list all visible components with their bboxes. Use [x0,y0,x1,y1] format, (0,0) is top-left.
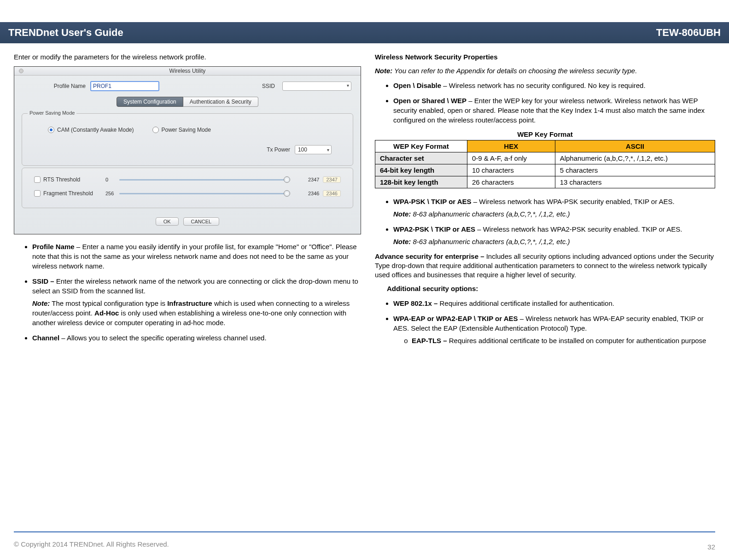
power-saving-group: Power Saving Mode CAM (Constantly Awake … [22,113,353,166]
wep-col-format: WEP Key Format [375,140,467,152]
wireless-security-heading: Wireless Network Security Properties [375,52,715,62]
bullet-open-shared-wep: Open or Shared \ WEP – Enter the WEP key… [393,96,715,125]
fragment-slider[interactable] [119,189,301,198]
additional-options-heading: Additional security options: [375,284,715,293]
tab-authentication-security[interactable]: Authentication & Security [183,97,258,107]
tab-system-configuration[interactable]: System Configuration [117,97,183,107]
right-column: Wireless Network Security Properties Not… [375,50,715,351]
bullet-wep-8021x: WEP 802.1x – Requires additional certifi… [393,298,715,308]
table-row: 64-bit key length 10 characters 5 charac… [375,164,715,176]
window-titlebar: Wireless Utility [14,67,361,76]
bullet-eap-tls: EAP-TLS – Requires additional certificat… [412,336,715,345]
rts-slider[interactable] [119,175,301,184]
radio-psm[interactable]: Power Saving Mode [152,127,211,133]
tx-power-label: Tx Power [267,146,290,153]
bullet-ssid: SSID – Enter the wireless network name o… [32,276,361,327]
footer-page-number: 32 [707,543,715,551]
footer-copyright: © Copyright 2014 TRENDnet. All Rights Re… [14,540,169,548]
fragment-checkbox[interactable] [34,190,41,197]
rts-label: RTS Threshold [43,176,105,183]
bullet-wpa2-psk: WPA2-PSK \ TKIP or AES – Wireless networ… [393,224,715,246]
advance-enterprise-paragraph: Advance security for enterprise – Includ… [375,252,715,280]
bullet-wpa-psk: WPA-PSK \ TKIP or AES – Wireless network… [393,197,715,219]
radio-cam[interactable]: CAM (Constantly Awake Mode) [48,127,134,133]
profile-name-label: Profile Name [33,83,86,89]
ok-button[interactable]: OK [156,217,179,226]
profile-name-input[interactable] [90,81,159,91]
intro-text: Enter or modify the parameters for the w… [14,52,361,62]
window-title: Wireless Utility [169,68,206,74]
doc-title: TRENDnet User's Guide [8,27,123,39]
cancel-button[interactable]: CANCEL [183,217,220,226]
rts-min: 0 [105,177,119,182]
bullet-channel: Channel – Allows you to select the speci… [32,333,361,343]
doc-model: TEW-806UBH [656,27,721,39]
power-saving-group-label: Power Saving Mode [28,110,76,116]
window-close-icon[interactable] [19,69,23,73]
threshold-group: RTS Threshold 0 2347 2347 Fragment Thres… [22,168,353,208]
rts-checkbox[interactable] [34,176,41,183]
bullet-open-disable: Open \ Disable – Wireless network has no… [393,81,715,90]
fragment-max: 2346 [301,191,319,196]
fragment-value: 2346 [323,190,340,197]
ssid-dropdown[interactable] [282,82,351,91]
wep-col-hex: HEX [467,140,555,152]
radio-cam-label: CAM (Constantly Awake Mode) [57,127,134,133]
rts-value: 2347 [323,176,340,183]
wep-col-ascii: ASCII [555,140,715,152]
wep-key-format-table: WEP Key Format HEX ASCII Character set 0… [375,140,715,188]
rts-max: 2347 [301,177,319,182]
tx-power-dropdown[interactable]: 100 [295,145,332,154]
security-note: Note: You can refer to the Appendix for … [375,66,715,76]
table-row: 128-bit key length 26 characters 13 char… [375,176,715,188]
fragment-min: 256 [105,191,119,196]
wep-table-caption: WEP Key Format [375,130,715,138]
doc-header: TRENDnet User's Guide TEW-806UBH [0,22,729,43]
table-row: Character set 0-9 & A-F, a-f only Alphan… [375,152,715,164]
radio-psm-label: Power Saving Mode [162,127,211,133]
radio-icon [48,127,54,133]
bullet-profile-name: Profile Name – Enter a name you easily i… [32,242,361,271]
radio-icon [152,127,159,133]
fragment-label: Fragment Threshold [43,190,105,197]
left-column: Enter or modify the parameters for the w… [14,50,361,351]
wireless-utility-window: Wireless Utility Profile Name SSID Syste… [14,66,361,234]
footer-rule [14,531,715,532]
bullet-wpa-eap: WPA-EAP or WPA2-EAP \ TKIP or AES – Wire… [393,314,715,345]
ssid-label: SSID [262,83,275,89]
